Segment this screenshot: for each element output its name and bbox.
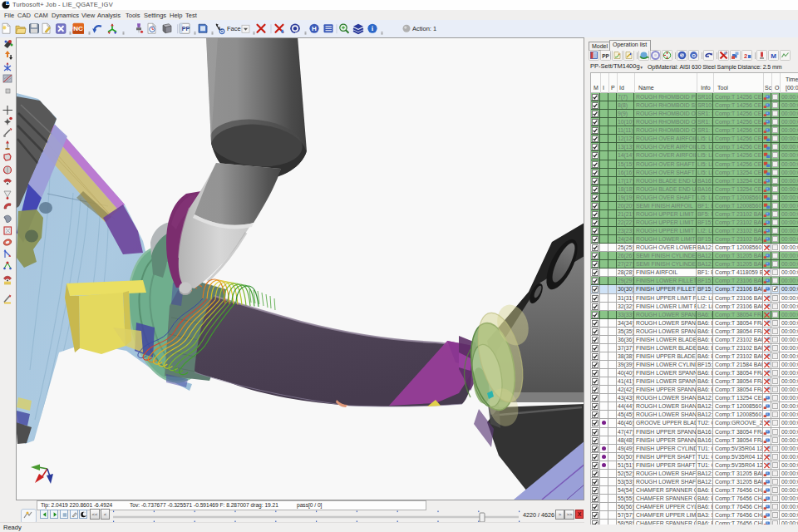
svg-text:O: O <box>692 53 696 58</box>
svg-text:S: S <box>681 53 683 57</box>
svg-text:Action: 1: Action: 1 <box>412 25 436 32</box>
svg-text:M: M <box>771 52 776 60</box>
svg-text:PP: PP <box>602 53 609 59</box>
svg-text:NC: NC <box>73 25 83 32</box>
svg-text:2: 2 <box>744 52 747 60</box>
svg-text:H: H <box>312 25 317 32</box>
svg-text:Face: Face <box>227 25 241 32</box>
svg-text:PP: PP <box>182 26 190 32</box>
